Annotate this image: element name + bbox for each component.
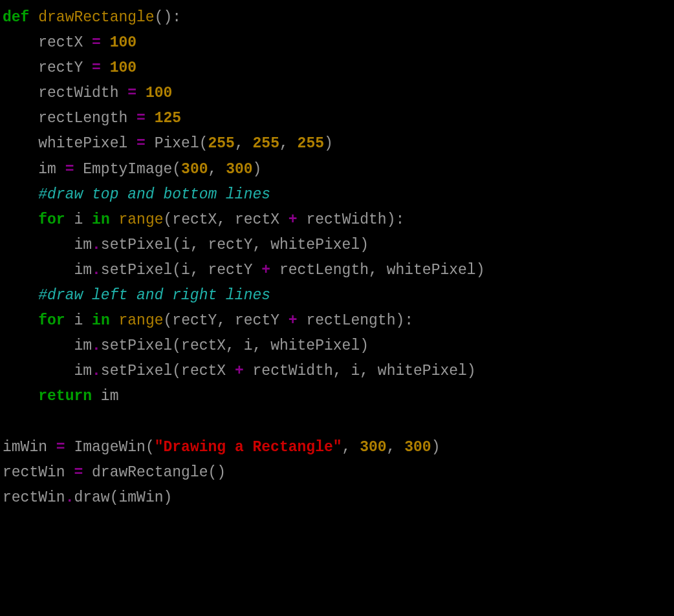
identifier: rectLength bbox=[38, 110, 127, 127]
code-line: im.setPixel(i, rectY + rectLength, white… bbox=[3, 262, 484, 279]
identifier: whitePixel bbox=[387, 262, 476, 279]
punct: ( bbox=[172, 237, 181, 253]
keyword-for: for bbox=[38, 312, 65, 329]
method: setPixel bbox=[101, 337, 172, 354]
punct: ( bbox=[164, 312, 173, 329]
operator: = bbox=[65, 161, 74, 178]
code-line: rectX = 100 bbox=[3, 34, 136, 51]
identifier: rectX bbox=[181, 363, 226, 379]
punct: ) bbox=[467, 363, 476, 379]
number: 255 bbox=[208, 135, 235, 152]
keyword-return: return bbox=[38, 388, 92, 405]
punct: ( bbox=[172, 161, 181, 178]
punct: ) bbox=[476, 262, 485, 279]
code-line: whitePixel = Pixel(255, 255, 255) bbox=[3, 135, 333, 152]
number: 300 bbox=[181, 161, 208, 178]
identifier: im bbox=[74, 237, 92, 253]
operator: + bbox=[288, 211, 298, 228]
punct: ) bbox=[324, 135, 333, 152]
punct: , bbox=[333, 363, 342, 379]
operator: = bbox=[92, 34, 101, 51]
keyword-in: in bbox=[92, 211, 110, 228]
code-line: def drawRectangle(): bbox=[3, 9, 181, 26]
punct: , bbox=[253, 237, 262, 253]
punct: ) bbox=[360, 337, 369, 354]
punct: , bbox=[208, 161, 217, 178]
builtin: range bbox=[119, 312, 164, 329]
code-line: #draw top and bottom lines bbox=[3, 186, 270, 203]
punct: , bbox=[217, 211, 226, 228]
punct: ( bbox=[110, 489, 119, 506]
code-line: rectWidth = 100 bbox=[3, 85, 172, 101]
punct: , bbox=[217, 312, 226, 329]
operator: = bbox=[136, 135, 146, 152]
operator: = bbox=[92, 59, 101, 76]
string: "Drawing a Rectangle" bbox=[155, 439, 342, 456]
method: setPixel bbox=[101, 237, 172, 253]
call: drawRectangle bbox=[92, 464, 208, 481]
identifier: rectWidth bbox=[38, 85, 118, 101]
punct: , bbox=[342, 439, 351, 456]
identifier: rectY bbox=[172, 312, 217, 329]
comment: #draw left and right lines bbox=[38, 287, 270, 304]
punct: , bbox=[190, 262, 199, 279]
method: draw bbox=[74, 489, 109, 506]
identifier: rectX bbox=[235, 211, 279, 228]
identifier: whitePixel bbox=[270, 337, 360, 354]
identifier: im bbox=[101, 388, 119, 405]
punct: ): bbox=[395, 312, 413, 329]
number: 100 bbox=[110, 59, 136, 76]
punct: ( bbox=[172, 363, 181, 379]
identifier: rectWidth bbox=[306, 211, 386, 228]
identifier: whitePixel bbox=[270, 237, 360, 253]
identifier: rectLength bbox=[306, 312, 395, 329]
punct: ) bbox=[360, 237, 369, 253]
punct: , bbox=[369, 262, 378, 279]
builtin: range bbox=[119, 211, 164, 228]
punct: ( bbox=[199, 135, 208, 152]
method: setPixel bbox=[101, 363, 172, 379]
punct: ): bbox=[387, 211, 405, 228]
keyword-def: def bbox=[3, 9, 29, 26]
code-line: rectWin = drawRectangle() bbox=[3, 464, 226, 481]
operator: . bbox=[92, 237, 101, 253]
identifier: rectY bbox=[208, 262, 253, 279]
code-line: #draw left and right lines bbox=[3, 287, 270, 304]
identifier: whitePixel bbox=[378, 363, 467, 379]
operator: = bbox=[74, 464, 83, 481]
code-line: for i in range(rectY, rectY + rectLength… bbox=[3, 312, 413, 329]
identifier: i bbox=[244, 337, 253, 354]
identifier: whitePixel bbox=[38, 135, 127, 152]
identifier: rectY bbox=[38, 59, 83, 76]
number: 300 bbox=[404, 439, 431, 456]
operator: . bbox=[92, 363, 101, 379]
identifier: rectX bbox=[38, 34, 83, 51]
punct: ) bbox=[431, 439, 440, 456]
comment: #draw top and bottom lines bbox=[38, 186, 270, 203]
punct: () bbox=[208, 464, 226, 481]
punct: ( bbox=[164, 211, 173, 228]
operator: + bbox=[261, 262, 270, 279]
operator: = bbox=[127, 85, 136, 101]
identifier: im bbox=[74, 337, 92, 354]
operator: = bbox=[56, 439, 65, 456]
call: Pixel bbox=[155, 135, 199, 152]
identifier: i bbox=[181, 262, 190, 279]
identifier: i bbox=[74, 312, 83, 329]
operator: + bbox=[288, 312, 298, 329]
identifier: i bbox=[351, 363, 360, 379]
identifier: rectWin bbox=[3, 489, 65, 506]
identifier: im bbox=[74, 363, 92, 379]
punct: ( bbox=[172, 262, 181, 279]
punct: ) bbox=[253, 161, 262, 178]
identifier: i bbox=[74, 211, 83, 228]
punct: ( bbox=[172, 337, 181, 354]
operator: . bbox=[65, 489, 74, 506]
number: 100 bbox=[110, 34, 136, 51]
call: ImageWin bbox=[74, 439, 145, 456]
number: 255 bbox=[253, 135, 279, 152]
identifier: rectY bbox=[235, 312, 279, 329]
code-line: imWin = ImageWin("Drawing a Rectangle", … bbox=[3, 439, 440, 456]
operator: . bbox=[92, 262, 101, 279]
identifier: imWin bbox=[118, 489, 163, 506]
